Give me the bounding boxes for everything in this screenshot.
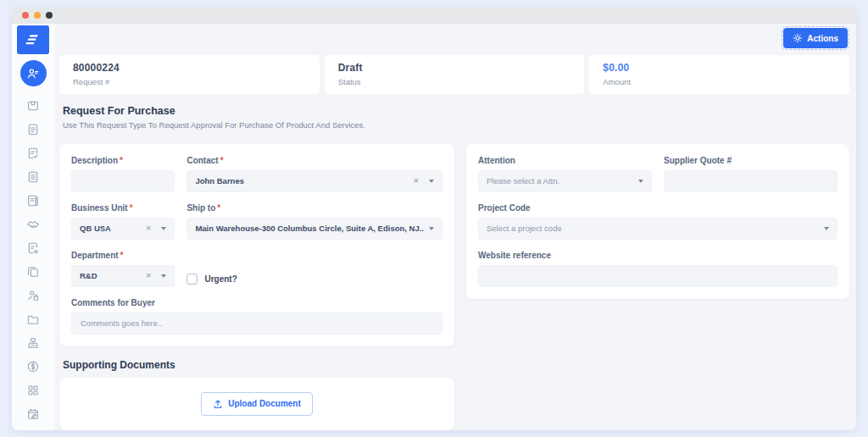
sidebar-item-schedule[interactable]	[26, 407, 41, 421]
sidebar-item-copies[interactable]	[26, 264, 41, 279]
contact-value: John Barnes	[195, 176, 408, 185]
supplier-form-card: Attention Please select a Attn. Supplier…	[466, 144, 849, 299]
document-edit-icon	[26, 241, 40, 255]
urgent-label: Urgent?	[204, 274, 236, 284]
sidebar-item-files[interactable]	[26, 312, 41, 326]
sidebar-item-documents[interactable]	[26, 122, 41, 136]
sidebar-item-invoices[interactable]	[26, 193, 41, 207]
business-unit-select[interactable]: QB USA ×	[71, 218, 175, 240]
project-code-label: Project Code	[478, 203, 837, 213]
business-unit-value: QB USA	[80, 224, 141, 233]
main-content: Actions 80000224 Request # Draft Status …	[54, 24, 856, 430]
sidebar-item-vendor-access[interactable]	[26, 288, 41, 302]
sidebar-item-contracts[interactable]	[26, 241, 41, 255]
document-icon	[26, 123, 40, 136]
actions-button-label: Actions	[807, 34, 838, 43]
project-code-placeholder: Select a project code	[487, 224, 819, 233]
project-code-select[interactable]: Select a project code	[478, 218, 837, 240]
document-check-icon	[26, 147, 40, 160]
contact-select[interactable]: John Barnes ×	[186, 170, 442, 192]
minimize-window-button[interactable]	[34, 12, 41, 19]
required-asterisk: *	[120, 156, 123, 165]
apps-grid-icon	[26, 384, 40, 397]
attention-label: Attention	[478, 156, 652, 165]
request-number-card: 80000224 Request #	[59, 55, 320, 94]
page-subtitle: Use This Request Type To Request Approva…	[63, 120, 848, 130]
required-asterisk: *	[130, 203, 133, 213]
sidebar-item-deals[interactable]	[26, 217, 41, 231]
contact-label: Contact	[186, 156, 218, 165]
maximize-window-button[interactable]	[46, 12, 53, 19]
status-label: Status	[338, 77, 571, 86]
upload-document-label: Upload Document	[228, 399, 301, 408]
document-lines-icon	[26, 170, 40, 184]
department-field: Department* R&D ×	[71, 251, 175, 287]
actions-button[interactable]: Actions	[783, 28, 848, 48]
amount-label: Amount	[603, 77, 836, 86]
chevron-down-icon[interactable]	[429, 227, 434, 230]
app-logo[interactable]	[17, 25, 49, 54]
attention-placeholder: Please select a Attn.	[487, 176, 633, 185]
required-asterisk: *	[217, 203, 220, 213]
page-title: Request For Purchase	[63, 105, 848, 117]
gear-icon	[793, 33, 803, 43]
sidebar	[12, 24, 54, 430]
comments-label: Comments for Buyer	[71, 298, 442, 307]
comments-input[interactable]	[71, 313, 442, 335]
request-number-value: 80000224	[73, 62, 306, 74]
clear-icon[interactable]: ×	[414, 176, 419, 185]
request-number-label: Request #	[73, 77, 306, 86]
clear-icon[interactable]: ×	[146, 271, 151, 280]
amount-value: $0.00	[603, 62, 836, 74]
folder-icon	[26, 313, 40, 326]
ship-to-value: Main Warehouse-300 Columbus Circle, Suit…	[195, 224, 424, 233]
chevron-down-icon[interactable]	[824, 227, 829, 230]
chevron-down-icon[interactable]	[161, 227, 166, 230]
chevron-down-icon[interactable]	[638, 180, 643, 183]
app-window: Actions 80000224 Request # Draft Status …	[12, 7, 856, 430]
business-unit-label: Business Unit	[71, 203, 128, 213]
attention-select[interactable]: Please select a Attn.	[478, 170, 652, 192]
copy-pages-icon	[26, 265, 40, 279]
calendar-edit-icon	[26, 407, 40, 421]
sidebar-item-currency[interactable]	[26, 359, 41, 373]
sidebar-item-approvals[interactable]	[26, 146, 41, 160]
ship-to-select[interactable]: Main Warehouse-300 Columbus Circle, Suit…	[186, 218, 442, 240]
sidebar-item-orders[interactable]	[26, 98, 41, 113]
purchase-form-card: Description* Contact* John Barnes × Busi…	[59, 144, 454, 346]
supplier-quote-label: Supplier Quote #	[664, 156, 837, 165]
business-unit-field: Business Unit* QB USA ×	[71, 203, 175, 240]
handshake-icon	[26, 218, 40, 231]
chevron-down-icon[interactable]	[161, 274, 166, 278]
clear-icon[interactable]: ×	[146, 224, 151, 233]
window-titlebar	[12, 7, 856, 24]
upload-document-button[interactable]: Upload Document	[201, 392, 313, 416]
required-asterisk: *	[220, 156, 224, 165]
description-input[interactable]	[71, 170, 175, 192]
supporting-documents-card: Upload Document	[59, 378, 454, 430]
chevron-down-icon[interactable]	[429, 180, 434, 183]
required-asterisk: *	[120, 251, 124, 260]
sidebar-item-expenses[interactable]	[26, 335, 41, 350]
website-reference-label: Website reference	[478, 251, 837, 260]
sidebar-item-apps[interactable]	[26, 383, 41, 397]
upload-icon	[213, 399, 223, 409]
website-reference-input[interactable]	[478, 265, 837, 287]
cash-register-icon	[26, 336, 40, 350]
department-select[interactable]: R&D ×	[71, 265, 175, 287]
urgent-checkbox[interactable]	[186, 274, 198, 285]
amount-card: $0.00 Amount	[589, 55, 849, 94]
description-field: Description*	[71, 156, 175, 192]
status-card: Draft Status	[325, 55, 585, 94]
supplier-quote-input[interactable]	[664, 170, 837, 192]
inbox-box-icon	[26, 99, 40, 113]
sidebar-item-requisitions[interactable]	[26, 169, 41, 184]
comments-field: Comments for Buyer	[71, 298, 442, 335]
project-code-field: Project Code Select a project code	[478, 203, 837, 240]
currency-globe-icon	[26, 360, 40, 373]
sidebar-nav	[26, 98, 41, 421]
close-window-button[interactable]	[22, 12, 29, 19]
sidebar-item-requests-active[interactable]	[20, 60, 47, 86]
urgent-field: Urgent?	[186, 251, 442, 287]
ship-to-field: Ship to* Main Warehouse-300 Columbus Cir…	[186, 203, 442, 240]
